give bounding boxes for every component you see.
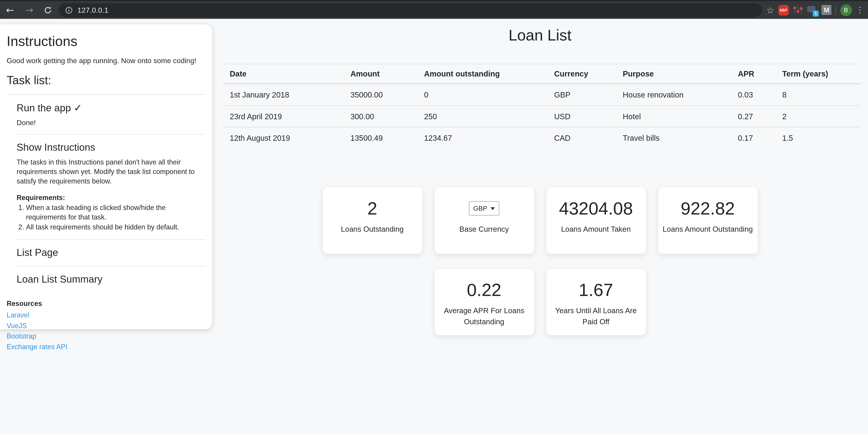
url-bar[interactable]: 127.0.0.1 [59,3,763,17]
cell-amount: 300.00 [344,106,417,127]
page-title: Loan List [212,24,868,47]
cell-currency: CAD [548,127,616,148]
divider [17,240,205,240]
cell-purpose: Hotel [616,106,731,127]
resources-label: Resources [6,300,205,308]
task-loan-list-summary: Loan List Summary [17,274,205,285]
dropdown-caret-icon [491,207,495,210]
bookmark-star-icon[interactable]: ☆ [766,5,774,16]
adblock-extension-icon[interactable]: ABP [778,5,789,16]
cell-term: 8 [776,84,861,106]
browser-menu-icon[interactable]: ⋮ [856,5,864,15]
cell-apr: 0.27 [731,106,776,127]
card-select-area: GBP [439,193,530,224]
cell-date: 1st January 2018 [223,84,344,106]
table-row: 1st January 2018 35000.00 0 GBP House re… [223,84,861,106]
card-label: Base Currency [439,224,530,235]
link-laravel[interactable]: Laravel [6,312,205,319]
task-run-the-app: Run the app ✓ Done! [17,102,205,127]
col-header-purpose: Purpose [616,64,731,84]
site-info-icon[interactable] [65,6,72,13]
reload-glyph [43,6,52,14]
requirement-item: All task requirements should be hidden b… [26,223,205,232]
url-text[interactable]: 127.0.0.1 [78,6,108,14]
task-heading-show-instructions[interactable]: Show Instructions [17,142,205,153]
card-label: Average APR For Loans Outstanding [439,305,530,327]
card-value: 0.22 [439,274,530,305]
col-header-amount-outstanding: Amount outstanding [417,64,548,84]
screen: ← → 127.0.0.1 ☆ ABP 1 M [0,0,868,434]
task-list: Run the app ✓ Done! Show Instructions Th… [6,102,205,286]
cell-apr: 0.03 [731,84,776,106]
task-show-instructions: Show Instructions The tasks in this Inst… [17,142,205,232]
card-value: 2 [327,193,418,224]
base-currency-value: GBP [473,205,487,212]
card-value: 922.82 [662,193,753,224]
cell-amount-outstanding: 1234.67 [417,127,548,148]
extension-area: ☆ ABP 1 M B ⋮ [762,4,868,16]
link-bootstrap[interactable]: Bootstrap [6,332,205,340]
card-label: Loans Amount Taken [551,224,642,235]
extension-badge-count: 1 [813,11,819,17]
divider [6,94,205,94]
cell-amount: 35000.00 [344,84,417,106]
sliders-extension-icon[interactable] [793,5,803,15]
task-list-page: List Page [17,247,205,259]
col-header-apr: APR [731,64,776,84]
profile-avatar[interactable]: B [840,4,851,16]
card-years-until-paid: 1.67 Years Until All Loans Are Paid Off [546,269,646,335]
main-content: Loan List Date Amount Amount outstanding… [212,19,868,335]
link-exchange-rates-api[interactable]: Exchange rates API [6,343,205,351]
toolbar-separator [835,5,836,14]
browser-toolbar: ← → 127.0.0.1 ☆ ABP 1 M [0,0,868,19]
badge-extension-icon[interactable]: 1 [807,4,817,16]
panel-title: Instructions [6,33,205,49]
divider [17,134,205,135]
cell-date: 12th August 2019 [223,127,344,148]
cell-currency: GBP [548,84,616,106]
card-loans-outstanding: 2 Loans Outstanding [322,187,422,254]
cell-amount: 13500.49 [344,127,417,148]
resources-section: Resources Laravel VueJS Bootstrap Exchan… [6,300,205,351]
task-heading-list-page[interactable]: List Page [17,247,205,259]
requirement-item: When a task heading is clicked show/hide… [26,203,205,222]
task-heading-run-the-app[interactable]: Run the app ✓ [17,102,205,114]
card-value: 43204.08 [551,193,642,224]
summary-cards: 2 Loans Outstanding GBP Base Currency 43… [212,187,868,335]
back-icon[interactable]: ← [3,3,17,17]
task-list-heading: Task list: [6,74,205,87]
card-loans-amount-outstanding: 922.82 Loans Amount Outstanding [658,187,758,254]
loan-table-header: Date Amount Amount outstanding Currency … [223,64,861,84]
card-label: Loans Amount Outstanding [662,224,753,235]
cell-apr: 0.17 [731,127,776,148]
requirements-label: Requirements: [17,194,205,201]
cell-term: 1.5 [776,127,861,148]
card-average-apr: 0.22 Average APR For Loans Outstanding [434,269,534,335]
reload-icon[interactable] [41,3,54,17]
divider [17,266,205,266]
card-base-currency: GBP Base Currency [434,187,534,254]
table-row: 12th August 2019 13500.49 1234.67 CAD Tr… [223,127,861,148]
card-label: Loans Outstanding [327,224,418,235]
task-status-done: Done! [17,119,205,127]
summary-cards-row-2: 0.22 Average APR For Loans Outstanding 1… [434,269,646,335]
instructions-panel: Instructions Good work getting the app r… [0,24,212,329]
cell-term: 2 [776,106,861,127]
requirements-list: When a task heading is clicked show/hide… [17,203,205,232]
col-header-currency: Currency [548,64,616,84]
card-value: 1.67 [551,274,642,305]
summary-cards-row-1: 2 Loans Outstanding GBP Base Currency 43… [322,187,758,254]
task-show-instructions-body: The tasks in this Instructions panel don… [17,158,205,186]
link-vuejs[interactable]: VueJS [6,322,205,330]
cell-purpose: Travel bills [616,127,731,148]
base-currency-select[interactable]: GBP [469,201,500,215]
panel-intro: Good work getting the app running. Now o… [6,57,205,65]
cell-currency: USD [548,106,616,127]
cell-date: 23rd April 2019 [223,106,344,127]
forward-icon[interactable]: → [23,3,36,17]
m-extension-icon[interactable]: M [822,5,832,15]
task-heading-loan-list-summary[interactable]: Loan List Summary [17,274,205,285]
col-header-term: Term (years) [776,64,861,84]
table-row: 23rd April 2019 300.00 250 USD Hotel 0.2… [223,106,861,127]
cell-amount-outstanding: 0 [417,84,548,106]
